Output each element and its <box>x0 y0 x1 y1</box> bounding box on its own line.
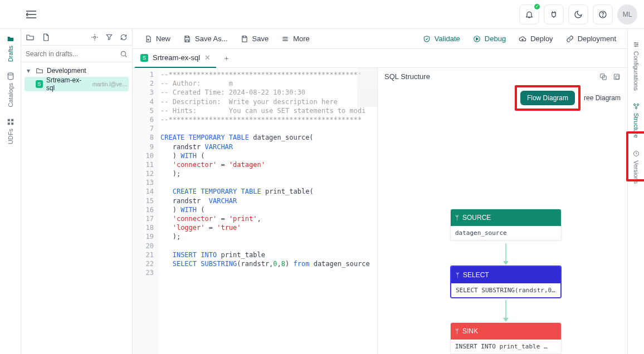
structure-title: SQL Structure <box>384 72 430 81</box>
svg-point-2 <box>8 73 13 76</box>
search-input[interactable] <box>26 50 120 58</box>
flow-node-sink-body: INSERT INTO print_table … <box>451 340 561 353</box>
tree-root-label: Development <box>47 67 86 75</box>
svg-point-10 <box>633 104 635 105</box>
svg-rect-5 <box>7 122 9 125</box>
theme-toggle[interactable] <box>568 4 588 24</box>
deploy-button[interactable]: Deploy <box>514 32 557 46</box>
saveas-button[interactable]: Save As... <box>178 32 232 46</box>
file-tab[interactable]: S Srtream-ex-sql ✕ <box>135 49 216 68</box>
link-icon <box>565 35 574 43</box>
structure-highlight-box <box>626 131 644 181</box>
file-tab-label: Srtream-ex-sql <box>153 53 200 62</box>
svg-point-15 <box>121 51 125 56</box>
tree-diagram-button[interactable]: ree Diagram <box>584 94 621 102</box>
menu-toggle[interactable] <box>22 6 40 23</box>
save-as-icon <box>183 35 192 43</box>
folder-open-icon[interactable] <box>26 33 35 42</box>
flow-node-source-body: datagen_source <box>451 226 561 240</box>
flow-node-sink[interactable]: ᛘSINK INSERT INTO print_table … <box>450 322 562 354</box>
expand-icon[interactable] <box>613 73 621 81</box>
svg-rect-20 <box>616 76 619 79</box>
upload-cloud-icon <box>518 35 527 43</box>
file-plus-icon <box>144 35 153 43</box>
flow-arrow-icon <box>505 243 506 264</box>
save-icon <box>240 35 249 43</box>
debug-button[interactable]: Debug <box>468 32 510 46</box>
play-circle-icon <box>472 35 481 43</box>
rail-catalogs[interactable]: Catalogs <box>6 72 15 107</box>
close-tab-icon[interactable]: ✕ <box>204 53 211 62</box>
code-editor[interactable]: 1234567891011121314151617181920212223 --… <box>133 68 378 354</box>
chevron-down-icon: ▾ <box>27 67 32 75</box>
svg-point-9 <box>635 46 636 47</box>
copy-icon[interactable] <box>599 73 607 81</box>
flow-diagram-button[interactable]: Flow Diagram <box>520 91 575 105</box>
svg-point-7 <box>635 42 636 43</box>
flow-node-select-body: SELECT SUBSTRING(randstr,0,8… <box>451 283 560 297</box>
svg-rect-19 <box>614 74 619 79</box>
more-button[interactable]: More <box>276 32 314 46</box>
save-button[interactable]: Save <box>236 32 274 46</box>
grid-icon <box>6 117 15 126</box>
integrations-button[interactable] <box>544 4 564 24</box>
svg-point-14 <box>94 36 96 38</box>
svg-rect-6 <box>11 122 13 125</box>
sliders-icon <box>632 40 641 49</box>
svg-point-11 <box>637 104 638 105</box>
flow-node-source[interactable]: ᛘSOURCE datagen_source <box>450 209 562 240</box>
structure-icon <box>632 102 641 111</box>
folder-icon <box>36 67 43 75</box>
svg-point-8 <box>637 44 638 45</box>
svg-rect-4 <box>11 119 13 121</box>
more-icon <box>281 35 290 43</box>
new-file-icon[interactable] <box>41 33 50 42</box>
sql-badge-icon: S <box>140 54 148 62</box>
tree-file-author: martin.l@verver <box>92 81 129 87</box>
flow-node-select[interactable]: ᛘSELECT SELECT SUBSTRING(randstr,0,8… <box>450 266 562 298</box>
rail-configurations[interactable]: Configurations <box>632 40 641 91</box>
svg-point-1 <box>602 16 603 16</box>
tree-file[interactable]: S Srtream-ex-sql martin.l@verver <box>25 77 129 91</box>
flow-arrow-icon <box>505 300 506 321</box>
refresh-icon[interactable] <box>120 33 128 41</box>
rail-udfs[interactable]: UDFs <box>6 117 15 144</box>
validate-button[interactable]: Validate <box>418 32 465 46</box>
flow-diagram-highlight-box: Flow Diagram <box>515 85 580 111</box>
branch-icon: ᛘ <box>456 272 460 279</box>
sql-badge-icon: S <box>36 80 43 88</box>
locate-icon[interactable] <box>91 33 99 41</box>
catalog-icon <box>6 72 15 81</box>
new-tab-button[interactable]: ＋ <box>218 51 234 66</box>
folder-icon <box>6 35 15 43</box>
filter-icon[interactable] <box>105 33 113 41</box>
shield-check-icon <box>422 35 431 43</box>
new-button[interactable]: New <box>139 32 175 46</box>
svg-point-12 <box>635 107 637 109</box>
deployment-button[interactable]: Deployment <box>561 32 621 46</box>
check-badge-icon: ✓ <box>533 3 541 11</box>
tree-root[interactable]: ▾ Development <box>21 65 132 77</box>
user-avatar[interactable]: ML <box>617 4 637 24</box>
branch-icon: ᛘ <box>455 214 459 222</box>
search-icon[interactable] <box>120 50 128 58</box>
svg-rect-3 <box>7 119 9 121</box>
help-button[interactable] <box>593 4 613 24</box>
tree-file-label: Srtream-ex-sql <box>46 76 87 92</box>
minimap[interactable] <box>357 68 377 107</box>
notifications-button[interactable]: ✓ <box>519 4 539 24</box>
rail-drafts[interactable]: Drafts <box>6 35 15 62</box>
branch-icon: ᛘ <box>455 328 459 335</box>
